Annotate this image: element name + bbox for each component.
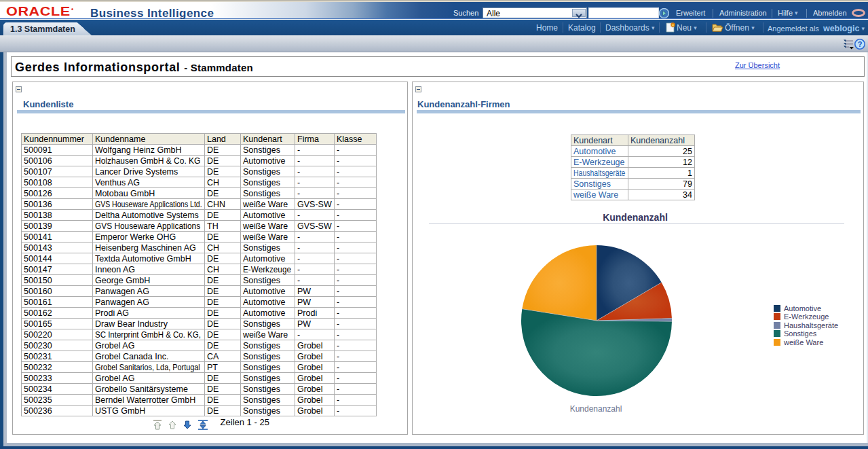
svg-text:ORACLE: ORACLE [6, 7, 71, 18]
svg-text:?: ? [858, 40, 863, 48]
